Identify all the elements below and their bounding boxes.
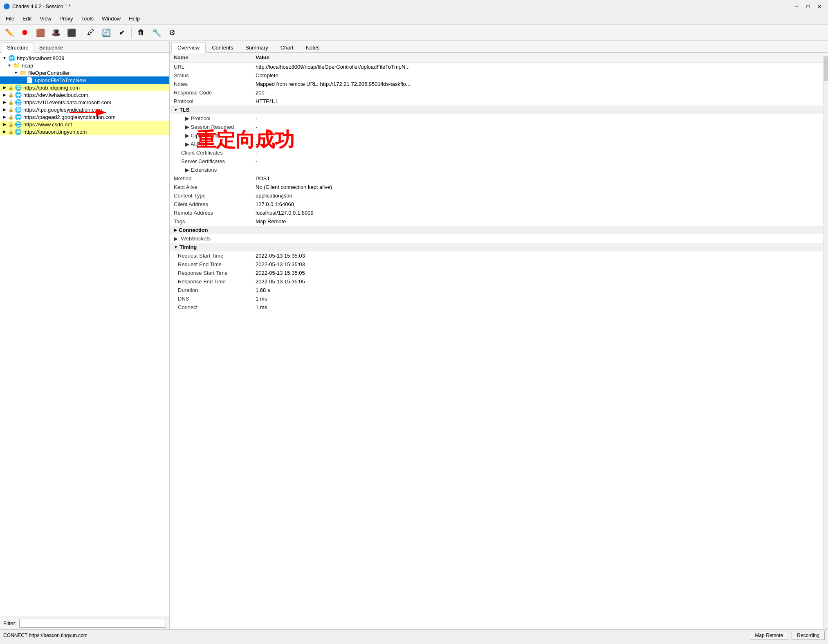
close-button[interactable]: ✕ bbox=[814, 2, 825, 11]
field-label-tls-cipher: ▶ Cipher Suite bbox=[170, 131, 251, 140]
timing-expand-icon: ▼ bbox=[174, 245, 178, 249]
field-value-url: http://localhost:8009/ncap/fileOperContr… bbox=[251, 63, 828, 72]
menu-proxy[interactable]: Proxy bbox=[55, 14, 77, 23]
expand-icon-iwhalecloud[interactable]: ▶ bbox=[2, 92, 7, 98]
map-remote-button[interactable]: Map Remote bbox=[750, 631, 789, 640]
tab-sequence[interactable]: Sequence bbox=[34, 43, 69, 52]
toolbar-separator-2 bbox=[131, 27, 132, 38]
tab-chart[interactable]: Chart bbox=[274, 43, 300, 52]
expand-icon-microsoft[interactable]: ▶ bbox=[2, 99, 7, 105]
field-value-response-code: 200 bbox=[251, 88, 828, 97]
filter-bar: Filter: bbox=[0, 617, 169, 629]
col-header-row: Name Value bbox=[170, 53, 828, 63]
delete-button[interactable]: 🗑 bbox=[134, 26, 148, 40]
overview-container[interactable]: Name Value URL http://localhost:8009/nca… bbox=[170, 53, 828, 629]
tools-button[interactable]: 🔧 bbox=[150, 26, 164, 40]
expand-icon-idqqimg[interactable]: ▶ bbox=[2, 85, 7, 90]
title-bar: 🔵 Charles 4.6.2 - Session 1 * ─ □ ✕ bbox=[0, 0, 828, 13]
tree-item-googlesyndication2[interactable]: ▶ 🔒 🌐 https://pagead2.googlesyndication.… bbox=[0, 113, 169, 121]
scrollbar-thumb[interactable] bbox=[824, 56, 828, 81]
menu-edit[interactable]: Edit bbox=[18, 14, 36, 23]
panel-tabs: Structure Sequence bbox=[0, 41, 169, 53]
expand-icon-ncap[interactable]: ▼ bbox=[7, 63, 12, 68]
tab-structure[interactable]: Structure bbox=[2, 43, 34, 53]
tree-item-googlesyndication1[interactable]: ▶ 🔒 🌐 https://tpc.googlesyndication.com bbox=[0, 106, 169, 113]
tree-item-iwhalecloud[interactable]: ▶ 🔒 🌐 https://dev.iwhalecloud.com bbox=[0, 91, 169, 99]
field-value-tls-extensions bbox=[251, 166, 828, 174]
field-label-duration: Duration bbox=[170, 286, 251, 294]
tree-item-tingyun[interactable]: ▶ 🔒 🌐 https://beacon.tingyun.com bbox=[0, 128, 169, 135]
field-value-tls-server-certs: - bbox=[251, 157, 828, 166]
timing-table: Request Start Time 2022-05-13 15:35:03 R… bbox=[170, 251, 828, 312]
menu-tools[interactable]: Tools bbox=[77, 14, 98, 23]
connection-expand-icon: ▶ bbox=[174, 228, 177, 232]
field-label-dns: DNS bbox=[170, 294, 251, 303]
timing-section-header[interactable]: ▼ Timing bbox=[170, 243, 828, 251]
tab-contents[interactable]: Contents bbox=[206, 43, 239, 52]
field-value-dns: 1 ms bbox=[251, 294, 828, 303]
tls-section-header[interactable]: ▼ TLS bbox=[170, 105, 828, 114]
pen-tool-button[interactable]: ✏️ bbox=[2, 26, 16, 40]
tree-item-csdn[interactable]: ▶ 🔒 🌐 https://www.csdn.net bbox=[0, 121, 169, 128]
row-response-code: Response Code 200 bbox=[170, 88, 828, 97]
edit-button[interactable]: 🖊 bbox=[84, 26, 98, 40]
expand-icon-gs2[interactable]: ▶ bbox=[2, 114, 7, 120]
row-url: URL http://localhost:8009/ncap/fileOperC… bbox=[170, 63, 828, 72]
tree-label-csdn: https://www.csdn.net bbox=[23, 121, 72, 128]
ssl-button[interactable]: 🎩 bbox=[49, 26, 63, 40]
field-label-response-start: Response Start Time bbox=[170, 269, 251, 277]
menu-help[interactable]: Help bbox=[125, 14, 144, 23]
scrollbar-track[interactable] bbox=[823, 56, 828, 629]
row-duration: Duration 1.68 s bbox=[170, 286, 828, 294]
tree-label-fileopercontroller: fileOperController bbox=[28, 70, 70, 76]
globe-icon-csdn: 🌐 bbox=[15, 121, 22, 128]
tree-label-tingyun: https://beacon.tingyun.com bbox=[23, 129, 87, 135]
expand-icon-gs1[interactable]: ▶ bbox=[2, 107, 7, 112]
field-value-remote-address: localhost/127.0.0.1:8009 bbox=[251, 209, 828, 217]
menu-file[interactable]: File bbox=[2, 14, 18, 23]
expand-icon-tingyun[interactable]: ▶ bbox=[2, 129, 7, 135]
tree-item-fileopercontroller[interactable]: ▼ 📁 fileOperController bbox=[0, 69, 169, 76]
field-value-tls-protocol: - bbox=[251, 114, 828, 123]
field-label-request-start: Request Start Time bbox=[170, 251, 251, 260]
field-value-request-end: 2022-05-13 15:35:03 bbox=[251, 260, 828, 269]
tree-label-gs1: https://tpc.googlesyndication.com bbox=[23, 107, 102, 113]
menu-view[interactable]: View bbox=[36, 14, 55, 23]
tree-label-iwhalecloud: https://dev.iwhalecloud.com bbox=[23, 92, 88, 98]
expand-icon-localhost[interactable]: ▼ bbox=[2, 55, 7, 61]
row-protocol: Protocol HTTP/1.1 bbox=[170, 97, 828, 105]
minimize-button[interactable]: ─ bbox=[791, 2, 802, 11]
record-button[interactable]: ⏺ bbox=[18, 26, 32, 40]
check-button[interactable]: ✔ bbox=[115, 26, 129, 40]
recording-button[interactable]: Recording bbox=[792, 631, 825, 640]
field-value-websockets: - bbox=[251, 234, 828, 243]
lock-icon-tingyun: 🔒 bbox=[8, 129, 14, 135]
row-tls-cipher: ▶ Cipher Suite - bbox=[170, 131, 828, 140]
tree-item-microsoft[interactable]: ▶ 🔒 🌐 https://v10.events.data.microsoft.… bbox=[0, 99, 169, 106]
tree-label-microsoft: https://v10.events.data.microsoft.com bbox=[23, 99, 111, 105]
menu-window[interactable]: Window bbox=[98, 14, 125, 23]
tree-item-ncap[interactable]: ▼ 📁 ncap bbox=[0, 62, 169, 69]
tree-item-idqqimg[interactable]: ▶ 🔒 🌐 https://pub.idqqimg.com bbox=[0, 84, 169, 91]
row-dns: DNS 1 ms bbox=[170, 294, 828, 303]
globe-icon-localhost: 🌐 bbox=[8, 55, 15, 61]
tree-item-uploadfile[interactable]: ▶ 📄 uploadFileToTmpNew bbox=[0, 76, 169, 84]
tab-notes[interactable]: Notes bbox=[300, 43, 326, 52]
expand-icon-fileoper[interactable]: ▼ bbox=[13, 70, 19, 76]
tab-summary[interactable]: Summary bbox=[239, 43, 274, 52]
globe-icon-gs1: 🌐 bbox=[15, 106, 22, 113]
settings-button[interactable]: ⚙ bbox=[165, 26, 179, 40]
toolbar: ✏️ ⏺ 🟫 🎩 ⬛ 🖊 🔄 ✔ 🗑 🔧 ⚙ bbox=[0, 25, 828, 41]
tree-container[interactable]: ▼ 🌐 http://localhost:8009 ▼ 📁 ncap ▼ 📁 f… bbox=[0, 53, 169, 617]
maximize-button[interactable]: □ bbox=[803, 2, 813, 11]
throttle-button[interactable]: 🟫 bbox=[34, 26, 47, 40]
expand-icon-csdn[interactable]: ▶ bbox=[2, 121, 7, 127]
filter-input[interactable] bbox=[19, 619, 166, 628]
tab-overview[interactable]: Overview bbox=[171, 43, 206, 53]
refresh-button[interactable]: 🔄 bbox=[99, 26, 113, 40]
row-tags: Tags Map Remote bbox=[170, 217, 828, 226]
connection-section-header[interactable]: ▶ Connection bbox=[170, 226, 828, 234]
stop-button[interactable]: ⬛ bbox=[65, 26, 79, 40]
tree-item-localhost[interactable]: ▼ 🌐 http://localhost:8009 bbox=[0, 54, 169, 62]
field-label-response-code: Response Code bbox=[170, 88, 251, 97]
